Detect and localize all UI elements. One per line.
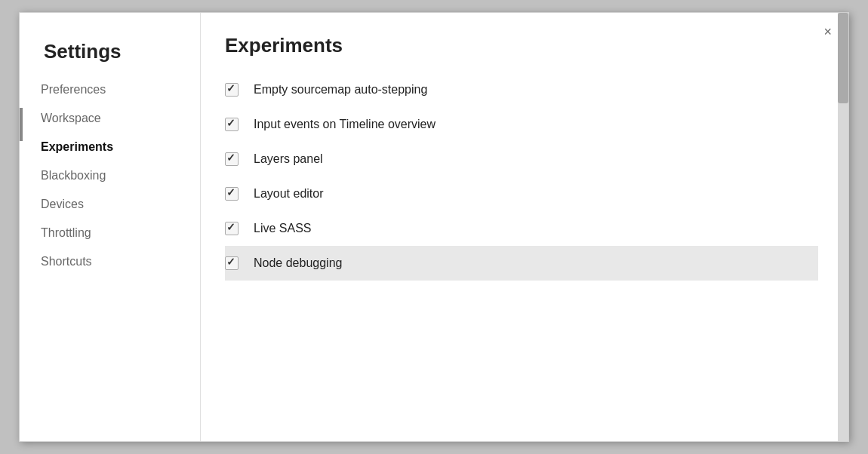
- checkbox-input-events[interactable]: [225, 118, 239, 131]
- active-indicator: [20, 108, 23, 141]
- sidebar-item-throttling[interactable]: Throttling: [20, 219, 200, 247]
- experiment-label-layers-panel: Layers panel: [254, 152, 323, 166]
- outer-scrollbar[interactable]: [838, 13, 848, 441]
- experiment-item-layout-editor: Layout editor: [225, 176, 809, 211]
- sidebar-item-experiments[interactable]: Experiments: [20, 133, 200, 161]
- sidebar-item-workspace[interactable]: Workspace: [20, 104, 200, 133]
- experiment-label-node-debugging: Node debugging: [254, 256, 342, 270]
- experiment-item-empty-sourcemap: Empty sourcemap auto-stepping: [225, 72, 809, 107]
- sidebar-item-preferences[interactable]: Preferences: [20, 75, 200, 104]
- experiment-item-live-sass: Live SASS: [225, 211, 809, 246]
- sidebar: Settings Preferences Workspace Experimen…: [20, 13, 201, 441]
- experiment-label-empty-sourcemap: Empty sourcemap auto-stepping: [254, 83, 427, 97]
- experiment-label-layout-editor: Layout editor: [254, 187, 324, 201]
- dialog-title: Settings: [20, 19, 200, 75]
- checkbox-live-sass[interactable]: [225, 222, 239, 235]
- experiment-item-layers-panel: Layers panel: [225, 142, 809, 176]
- checkbox-node-debugging[interactable]: [225, 256, 239, 270]
- content-area: Experiments Empty sourcemap auto-steppin…: [201, 13, 848, 441]
- settings-dialog: × Settings Preferences Workspace Experim…: [19, 12, 849, 442]
- experiment-label-input-events: Input events on Timeline overview: [254, 118, 436, 131]
- sidebar-item-devices[interactable]: Devices: [20, 190, 200, 219]
- sidebar-item-shortcuts[interactable]: Shortcuts: [20, 247, 200, 276]
- experiment-item-node-debugging: Node debugging: [225, 246, 818, 281]
- experiments-list: Empty sourcemap auto-stepping Input even…: [225, 72, 824, 281]
- sidebar-item-blackboxing[interactable]: Blackboxing: [20, 161, 200, 190]
- outer-scrollbar-thumb: [838, 13, 848, 103]
- checkbox-empty-sourcemap[interactable]: [225, 83, 239, 97]
- checkbox-layers-panel[interactable]: [225, 152, 239, 166]
- dialog-body: Settings Preferences Workspace Experimen…: [20, 13, 848, 441]
- content-title: Experiments: [225, 13, 824, 72]
- experiment-item-input-events: Input events on Timeline overview: [225, 107, 809, 142]
- experiment-label-live-sass: Live SASS: [254, 222, 311, 235]
- checkbox-layout-editor[interactable]: [225, 187, 239, 201]
